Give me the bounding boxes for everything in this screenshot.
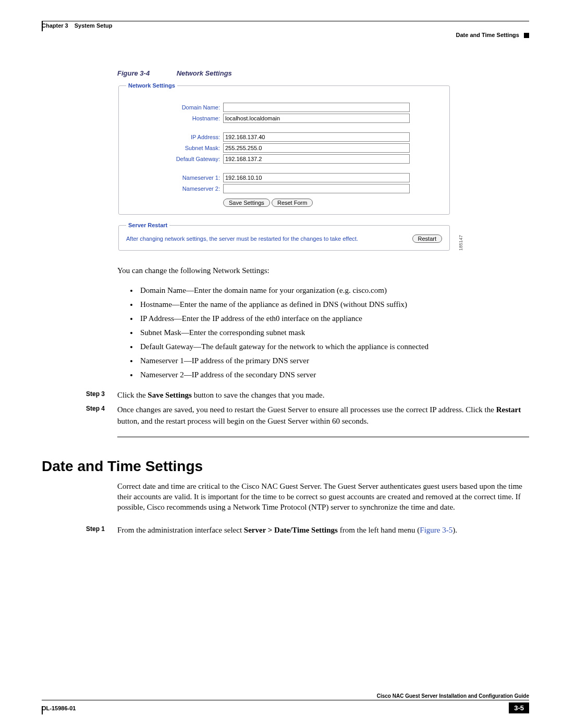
domain-name-label: Domain Name:: [126, 104, 220, 110]
figure-title: Network Settings: [177, 69, 232, 77]
step-row: Step 4 Once changes are saved, you need …: [42, 404, 529, 427]
reset-form-button[interactable]: Reset Form: [272, 199, 313, 207]
settings-bullet-list: Domain Name—Enter the domain name for yo…: [128, 283, 529, 382]
ip-address-label: IP Address:: [126, 134, 220, 140]
network-settings-fieldset: Network Settings Domain Name: Hostname: …: [118, 82, 450, 215]
footer-doc-number: OL-15986-01: [42, 705, 76, 711]
footer-guide-title: Cisco NAC Guest Server Installation and …: [42, 693, 529, 700]
chapter-label: Chapter 3: [42, 22, 68, 29]
step-body: Once changes are saved, you need to rest…: [117, 404, 529, 427]
restart-button[interactable]: Restart: [412, 235, 442, 243]
step-label: Step 1: [86, 525, 117, 536]
server-restart-legend: Server Restart: [126, 222, 169, 228]
figure-caption: Figure 3-4 Network Settings: [117, 69, 529, 77]
running-header: Chapter 3 System Setup: [42, 21, 529, 29]
list-item: IP Address—Enter the IP address of the e…: [138, 312, 529, 326]
server-restart-fieldset: Server Restart After changing network se…: [118, 222, 450, 251]
step-row: Step 3 Click the Save Settings button to…: [42, 390, 529, 401]
section-heading: Date and Time Settings: [42, 458, 529, 475]
step-row: Step 1 From the administration interface…: [42, 525, 529, 536]
list-item: Nameserver 2—IP address of the secondary…: [138, 368, 529, 382]
nameserver1-label: Nameserver 1:: [126, 175, 220, 181]
step-body: From the administration interface select…: [117, 525, 529, 536]
figure-label: Figure 3-4: [117, 69, 175, 77]
figure-xref[interactable]: Figure 3-5: [420, 526, 452, 534]
intro-text: You can change the following Network Set…: [117, 265, 529, 276]
hostname-input[interactable]: [223, 114, 410, 123]
list-item: Subnet Mask—Enter the corresponding subn…: [138, 326, 529, 340]
header-square-icon: [524, 33, 529, 38]
list-item: Hostname—Enter the name of the appliance…: [138, 298, 529, 312]
section-divider: [117, 437, 529, 437]
page-footer: Cisco NAC Guest Server Installation and …: [42, 693, 529, 713]
subnet-mask-label: Subnet Mask:: [126, 145, 220, 151]
nameserver2-input[interactable]: [223, 184, 410, 193]
footer-left-rule: [42, 706, 43, 714]
header-left-rule: [42, 21, 43, 31]
list-item: Default Gateway—The default gateway for …: [138, 340, 529, 354]
list-item: Nameserver 1—IP address of the primary D…: [138, 354, 529, 368]
nameserver1-input[interactable]: [223, 173, 410, 182]
list-item: Domain Name—Enter the domain name for yo…: [138, 283, 529, 298]
footer-page-number: 3-5: [509, 702, 529, 713]
network-settings-legend: Network Settings: [126, 82, 177, 89]
section-subtitle: Date and Time Settings: [456, 32, 519, 38]
domain-name-input[interactable]: [223, 103, 410, 112]
figure-screenshot: Network Settings Domain Name: Hostname: …: [117, 82, 451, 251]
step-body: Click the Save Settings button to save t…: [117, 390, 529, 401]
server-restart-note: After changing network settings, the ser…: [126, 236, 358, 242]
default-gateway-input[interactable]: [223, 154, 410, 164]
section-paragraph: Correct date and time are critical to th…: [117, 481, 529, 513]
subnet-mask-input[interactable]: [223, 143, 410, 153]
step-label: Step 4: [86, 404, 117, 427]
save-settings-button[interactable]: Save Settings: [223, 199, 270, 207]
hostname-label: Hostname:: [126, 115, 220, 121]
figure-image-id: 185147: [458, 235, 463, 251]
step-label: Step 3: [86, 390, 117, 401]
default-gateway-label: Default Gateway:: [126, 156, 220, 162]
nameserver2-label: Nameserver 2:: [126, 186, 220, 192]
chapter-title: System Setup: [75, 22, 113, 29]
ip-address-input[interactable]: [223, 132, 410, 142]
